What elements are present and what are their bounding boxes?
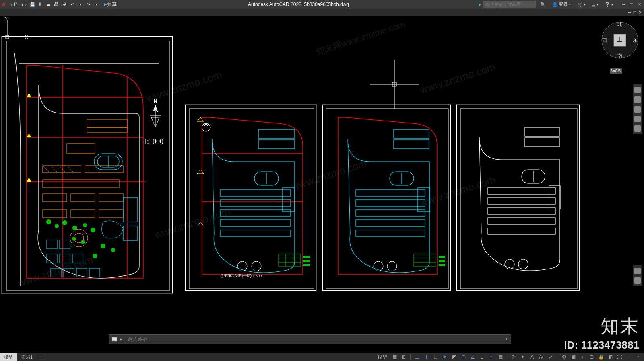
cmd-drop-icon[interactable]: ▲ (505, 337, 508, 341)
snap-icon[interactable]: ⊞ (400, 353, 407, 361)
command-input[interactable] (128, 336, 502, 342)
dyn-icon[interactable]: ✛ (423, 353, 430, 361)
svg-point-44 (101, 244, 105, 248)
svg-point-39 (55, 224, 59, 228)
monitor-icon[interactable]: ▣ (570, 353, 577, 361)
cycle-icon[interactable]: ⟳ (510, 353, 517, 361)
document-bar: – □ × (0, 9, 644, 16)
help-icon[interactable]: ❔ ▾ (603, 1, 615, 8)
svg-text:N: N (154, 98, 157, 104)
open-icon[interactable]: 🗁 (21, 1, 27, 8)
tab-add[interactable]: + (37, 353, 45, 361)
infocenter-arrow-icon: ▸ (479, 2, 481, 7)
window-title: Autodesk AutoCAD 2022 5b330a9605bcb.dwg (118, 2, 479, 7)
nav2-icon[interactable] (634, 268, 641, 274)
nav-pan-icon[interactable] (634, 96, 641, 103)
search-button[interactable]: 🔍 (538, 1, 548, 8)
svg-rect-11 (43, 194, 67, 202)
app-switcher-icon[interactable]: ◬ ▾ (590, 1, 600, 8)
ortho-icon[interactable]: ∟ (432, 353, 439, 361)
share-button[interactable]: ➤ 共享 (101, 1, 118, 8)
navigation-bar-2 (633, 265, 642, 286)
print-icon[interactable]: 🖨 (61, 1, 68, 8)
nav-wheel-icon[interactable] (634, 87, 641, 93)
undo-icon[interactable]: ↶ (69, 1, 76, 8)
doc-close-button[interactable]: × (639, 10, 642, 15)
ann-vis-icon[interactable]: Α (528, 353, 536, 361)
drawing-sheet-2: 总平面定位图(一期) 1:500 (185, 105, 316, 291)
ducs-icon[interactable]: L (478, 353, 485, 361)
iso-icon[interactable]: ◩ (450, 353, 458, 361)
svg-rect-85 (356, 220, 425, 226)
wcs-label[interactable]: WCS (610, 68, 622, 74)
close-button[interactable]: × (637, 2, 642, 7)
isolate-icon[interactable]: ◧ (607, 353, 614, 361)
tab-layout1[interactable]: 布局1 (17, 353, 37, 361)
customize-icon[interactable]: ≡ (634, 353, 642, 361)
minimize-button[interactable]: – (621, 2, 626, 7)
svg-rect-82 (356, 190, 425, 196)
undo-drop-icon[interactable]: ▾ (77, 1, 84, 8)
polar-icon[interactable]: ✶ (441, 353, 448, 361)
viewcube-west[interactable]: 西 (602, 37, 607, 44)
ann-scale-icon[interactable]: ⤢ (547, 353, 554, 361)
nav-zoom-icon[interactable] (634, 106, 641, 113)
app-logo-icon[interactable]: A (2, 1, 8, 8)
title-bar: A ▾ 🗋 🗁 💾 🗎 ☁ 🖶 🖨 ↶ ▾ ↷ ▾ ➤ 共享 Autodesk … (0, 0, 644, 9)
svg-rect-34 (51, 268, 61, 277)
cloud-icon[interactable]: ☁ (45, 1, 52, 8)
otrack-icon[interactable]: ∠ (469, 353, 476, 361)
lock-icon[interactable]: 🔒 (597, 353, 605, 361)
workspace-icon[interactable]: ⚙ (560, 353, 568, 361)
viewcube-east[interactable]: 东 (633, 37, 638, 44)
osnap-icon[interactable]: ▢ (460, 353, 467, 361)
viewcube-south[interactable]: 南 (617, 53, 622, 59)
new-icon[interactable]: 🗋 (13, 1, 19, 8)
watermark-overlay: 知末 ID: 1123473881 (564, 314, 639, 351)
redo-drop-icon[interactable]: ▾ (93, 1, 100, 8)
hw-icon[interactable]: ⛶ (616, 353, 623, 361)
site-plan-3 (323, 105, 452, 292)
navigation-bar (633, 84, 642, 134)
grid-icon[interactable]: ▦ (391, 353, 398, 361)
clean-icon[interactable]: － (625, 353, 632, 361)
tab-model[interactable]: 模型 (0, 353, 17, 361)
qprops-icon[interactable]: ⊡ (588, 353, 595, 361)
nav2-icon[interactable] (634, 277, 641, 284)
ann-auto-icon[interactable]: 🗛 (538, 353, 545, 361)
redo-icon[interactable]: ↷ (85, 1, 92, 8)
units-icon[interactable]: ＋ (579, 353, 586, 361)
save-icon[interactable]: 💾 (29, 1, 35, 8)
title-bar-right: ▸ 🔍 👤 登录 ▾ 🛒 ▾ ◬ ▾ ❔ ▾ – □ × (479, 1, 642, 8)
command-line[interactable]: 📰 ▸_ ▲ (109, 334, 511, 344)
maximize-button[interactable]: □ (629, 2, 634, 7)
view-cube[interactable]: 北 南 西 东 上 (600, 20, 640, 60)
trans-icon[interactable]: ▤ (497, 353, 504, 361)
saveas-icon[interactable]: 🗎 (37, 1, 43, 8)
svg-line-21 (85, 166, 92, 173)
infer-icon[interactable]: ⊥ (413, 353, 421, 361)
viewcube-north[interactable]: 北 (617, 21, 622, 28)
site-plan-1: N (2, 37, 174, 294)
nav-showmotion-icon[interactable] (634, 125, 641, 132)
nav-orbit-icon[interactable] (634, 116, 641, 122)
doc-maximize-button[interactable]: □ (634, 10, 636, 15)
status-bar: 模型 布局1 + 模型 ▦ ⊞ ⊥ ✛ ∟ ✶ ◩ ▢ ∠ L ≡ ▤ ⟳ ✦ … (0, 353, 644, 361)
viewcube-top[interactable]: 上 (617, 36, 622, 43)
drawing-canvas[interactable]: www.znzmo.com www.znzmo.com www.znzmo.co… (0, 16, 644, 347)
3dosnap-icon[interactable]: ✦ (519, 353, 526, 361)
cmd-history-icon[interactable]: 📰 (111, 336, 118, 342)
crosshair-cursor (370, 60, 419, 109)
status-model-label[interactable]: 模型 (376, 353, 389, 361)
svg-point-40 (62, 220, 67, 225)
svg-rect-97 (525, 127, 559, 136)
login-button[interactable]: 👤 登录 ▾ (550, 1, 573, 8)
cart-icon[interactable]: 🛒 ▾ (575, 1, 588, 8)
site-plan-4 (457, 105, 580, 292)
plot-icon[interactable]: 🖶 (53, 1, 60, 8)
doc-minimize-button[interactable]: – (628, 10, 631, 15)
svg-rect-101 (488, 188, 555, 194)
lwt-icon[interactable]: ≡ (487, 353, 495, 361)
search-input[interactable] (483, 1, 536, 8)
svg-text:Y: Y (5, 16, 8, 21)
